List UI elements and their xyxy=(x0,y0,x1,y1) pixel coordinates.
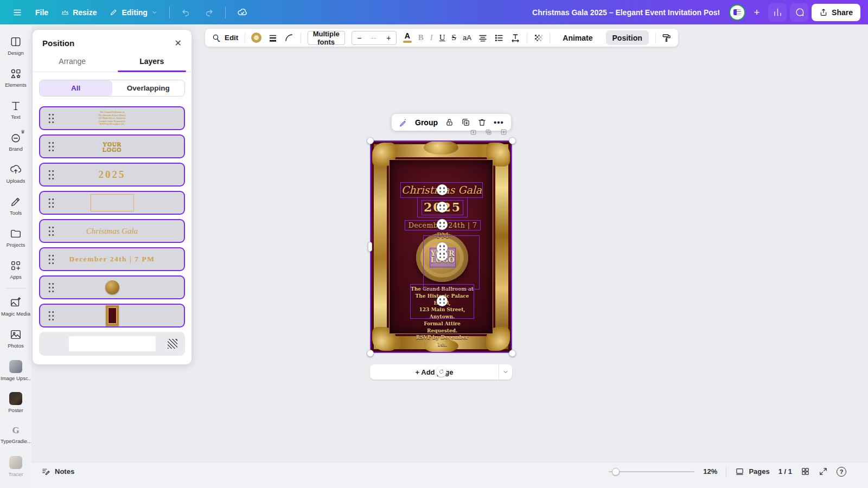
font-size-increase-button[interactable]: + xyxy=(381,34,396,42)
selection-corner-handle[interactable] xyxy=(367,350,374,357)
share-button[interactable]: Share xyxy=(812,4,860,21)
tab-layers[interactable]: Layers xyxy=(112,52,192,72)
layer-item-background[interactable] xyxy=(39,332,185,356)
layer-item-datetime-text[interactable]: December 24th | 7 PM xyxy=(39,247,185,271)
insights-button[interactable] xyxy=(768,3,787,22)
drag-handle-icon[interactable] xyxy=(48,169,55,180)
stroke-weight-button[interactable] xyxy=(268,33,278,43)
group-button[interactable]: Group xyxy=(415,118,438,127)
text-case-button[interactable]: aA xyxy=(463,34,471,42)
sidebar-item-photos[interactable]: Photos xyxy=(0,323,31,355)
undo-button[interactable] xyxy=(176,4,196,21)
element-drag-handle[interactable] xyxy=(437,184,448,195)
italic-button[interactable]: I xyxy=(430,33,433,42)
drag-handle-icon[interactable] xyxy=(48,197,55,208)
sidebar-item-tools[interactable]: Tools xyxy=(0,190,31,222)
layer-item-title-text[interactable]: Christmas Gala xyxy=(39,219,185,243)
lock-icon[interactable] xyxy=(445,118,454,127)
document-title[interactable]: Christmas Gala 2025 – Elegant Event Invi… xyxy=(532,8,719,17)
sidebar-item-projects[interactable]: Projects xyxy=(0,222,31,254)
sidebar-item-magic-media[interactable]: Magic Media xyxy=(0,291,31,323)
editing-mode-button[interactable]: Editing xyxy=(105,5,162,20)
drag-handle-icon[interactable] xyxy=(48,141,55,152)
main-menu-button[interactable] xyxy=(8,4,27,21)
trash-icon[interactable] xyxy=(477,118,487,127)
pages-button[interactable]: Pages xyxy=(735,467,769,476)
sidebar-item-text[interactable]: Text xyxy=(0,94,31,126)
selection-corner-handle[interactable] xyxy=(509,350,516,357)
element-drag-handle[interactable] xyxy=(437,219,448,230)
position-button[interactable]: Position xyxy=(606,30,649,45)
sidebar-item-tracer[interactable]: Tracer xyxy=(0,451,31,483)
element-drag-handle[interactable] xyxy=(437,296,448,306)
layer-item-rectangle-shape[interactable] xyxy=(39,191,185,215)
text-spacing-button[interactable] xyxy=(510,33,520,43)
zoom-slider[interactable] xyxy=(609,471,694,472)
add-page-button[interactable]: + Add page xyxy=(370,364,499,380)
avatar[interactable] xyxy=(729,4,745,21)
layer-item-year-text[interactable]: 2025 xyxy=(39,163,185,187)
text-color-button[interactable]: A xyxy=(403,33,412,43)
comments-button[interactable] xyxy=(790,3,808,22)
strikethrough-button[interactable]: S xyxy=(452,33,456,42)
list-button[interactable] xyxy=(494,33,504,43)
line-curve-button[interactable] xyxy=(284,33,294,43)
tab-arrange[interactable]: Arrange xyxy=(33,52,112,72)
copy-style-button[interactable] xyxy=(662,33,672,43)
add-page-dropdown-button[interactable] xyxy=(499,364,512,380)
drag-handle-icon[interactable] xyxy=(48,226,55,236)
design-page[interactable]: Christmas Gala 2025 December 24th | 7 PM… xyxy=(370,140,512,353)
redo-button[interactable] xyxy=(199,4,219,21)
drag-handle-icon[interactable] xyxy=(48,113,55,124)
alignment-button[interactable] xyxy=(478,33,488,43)
invite-member-button[interactable]: + xyxy=(749,4,765,21)
zoom-level[interactable]: 12% xyxy=(703,467,717,476)
element-drag-handle[interactable] xyxy=(437,202,448,213)
help-button[interactable]: ? xyxy=(837,467,846,477)
drag-handle-icon[interactable] xyxy=(48,282,55,293)
font-family-select[interactable]: Multiple fonts xyxy=(308,31,345,45)
animate-button[interactable]: Animate xyxy=(556,30,599,45)
selection-side-handle[interactable] xyxy=(368,242,372,252)
fill-color-button[interactable] xyxy=(251,33,261,43)
sidebar-item-poster[interactable]: Poster xyxy=(0,387,31,419)
fullscreen-button[interactable] xyxy=(819,467,828,476)
add-page-icon[interactable] xyxy=(500,129,507,136)
zoom-slider-handle[interactable] xyxy=(612,468,620,476)
sidebar-item-image-upscaler[interactable]: Image Upsc... xyxy=(0,355,31,387)
selection-corner-handle[interactable] xyxy=(367,137,374,144)
magic-media-icon xyxy=(10,297,22,309)
font-size-value[interactable]: -- xyxy=(367,34,381,42)
duplicate-page-icon[interactable] xyxy=(485,129,492,136)
sidebar-item-apps[interactable]: Apps xyxy=(0,254,31,286)
drag-handle-icon[interactable] xyxy=(48,310,55,321)
magic-edit-icon[interactable] xyxy=(399,118,408,127)
sidebar-item-design[interactable]: Design xyxy=(0,30,31,62)
close-panel-button[interactable]: ✕ xyxy=(175,39,182,48)
texture-hatch-icon[interactable] xyxy=(168,339,177,349)
sidebar-item-uploads[interactable]: Uploads xyxy=(0,158,31,190)
layer-item-gold-circle[interactable] xyxy=(39,275,185,299)
font-size-decrease-button[interactable]: − xyxy=(352,34,367,42)
edit-image-button[interactable]: Edit xyxy=(212,33,238,43)
underline-button[interactable]: U xyxy=(439,33,445,42)
duplicate-icon[interactable] xyxy=(461,118,470,127)
notes-button[interactable]: Notes xyxy=(41,467,74,476)
layer-item-logo-text[interactable]: YOURLOGO xyxy=(39,134,185,158)
file-menu-button[interactable]: File xyxy=(30,5,53,20)
sidebar-item-elements[interactable]: Elements xyxy=(0,62,31,94)
bold-button[interactable]: B xyxy=(418,33,424,42)
grid-view-button[interactable] xyxy=(801,467,810,476)
sidebar-item-brand[interactable]: ♛ Brand xyxy=(0,126,31,158)
move-page-icon[interactable] xyxy=(470,129,477,136)
selection-corner-handle[interactable] xyxy=(509,137,516,144)
layer-item-frame-image[interactable] xyxy=(39,304,185,328)
filter-overlapping[interactable]: Overlapping xyxy=(112,80,185,96)
sidebar-item-typegradient[interactable]: G TypeGradie... xyxy=(0,419,31,451)
drag-handle-icon[interactable] xyxy=(48,254,55,265)
transparency-button[interactable] xyxy=(533,33,543,43)
filter-all[interactable]: All xyxy=(40,80,112,96)
element-drag-handle[interactable] xyxy=(437,250,448,261)
resize-button[interactable]: Resize xyxy=(56,5,101,20)
layer-item-address-text[interactable]: The Grand Ballroom atThe Historic Palace… xyxy=(39,106,185,130)
